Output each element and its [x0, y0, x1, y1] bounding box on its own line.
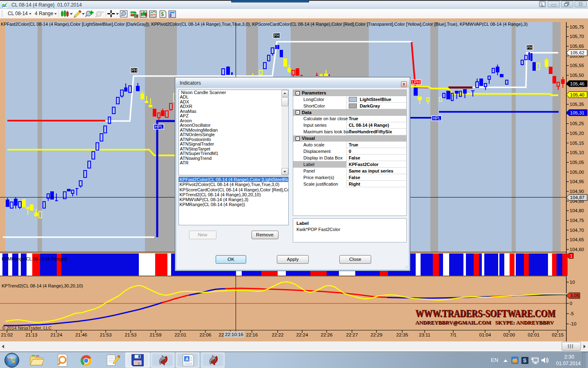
svg-text:21:02: 21:02: [1, 332, 13, 337]
svg-text:105,15: 105,15: [570, 141, 584, 146]
svg-text:21:46: 21:46: [76, 332, 87, 337]
svg-text:22:26: 22:26: [321, 332, 333, 337]
svg-text:105,50: 105,50: [570, 73, 584, 78]
svg-text:KPFast2Color(CL 08-14 (4 Range: KPFast2Color(CL 08-14 (4 Range),Color [L…: [1, 22, 528, 27]
svg-text:10: 10: [570, 280, 575, 285]
svg-text:$: $: [161, 11, 164, 17]
svg-text:22:24: 22:24: [296, 332, 308, 337]
svg-text:105,25: 105,25: [570, 121, 584, 126]
svg-text:105,70: 105,70: [570, 34, 584, 39]
svg-text:02:00: 02:00: [503, 332, 515, 337]
svg-text:-5: -5: [570, 311, 574, 316]
svg-text:S: S: [523, 358, 526, 364]
svg-text:HPL: HPL: [155, 125, 163, 129]
svg-text:23:11: 23:11: [419, 332, 430, 337]
svg-text:104,65: 104,65: [570, 237, 584, 242]
svg-text:104,80: 104,80: [570, 208, 584, 213]
svg-text:105,75: 105,75: [570, 25, 584, 29]
svg-text:02:01: 02:01: [528, 332, 540, 337]
svg-text:22:10:16: 22:10:16: [225, 332, 243, 337]
svg-text:01:04: 01:04: [479, 332, 491, 337]
svg-text:CL 08-14: CL 08-14: [8, 11, 28, 16]
svg-text:22:22: 22:22: [272, 332, 284, 337]
svg-text:0: 0: [570, 301, 572, 306]
svg-text:22:27: 22:27: [346, 332, 358, 337]
svg-text:104,70: 104,70: [570, 228, 584, 233]
svg-text:64: 64: [138, 362, 141, 365]
svg-text:105,35: 105,35: [570, 102, 584, 107]
svg-text:104,90: 104,90: [570, 189, 584, 194]
svg-text:105,65: 105,65: [570, 44, 584, 49]
svg-text:KPMRange(CL 08-14 (4 Range)): KPMRange(CL 08-14 (4 Range)): [2, 256, 67, 261]
svg-text:21:13: 21:13: [26, 332, 38, 337]
svg-text:4 Range: 4 Range: [35, 11, 53, 16]
svg-text:22: 22: [219, 332, 224, 337]
svg-text:21:53: 21:53: [125, 332, 137, 337]
svg-text:21:59: 21:59: [150, 332, 162, 337]
svg-text:WWW.TRADERS-SOFTWARE.COM: WWW.TRADERS-SOFTWARE.COM: [415, 308, 555, 319]
svg-text:22:16: 22:16: [246, 332, 258, 337]
svg-text:ANDREYBBRV@GMAIL.COM SKYPE:: ANDREYBBRV@GMAIL.COM SKYPE: ANDREYBBRV: [415, 320, 554, 325]
svg-text:22:35: 22:35: [396, 332, 408, 337]
svg-text:22:29: 22:29: [371, 332, 383, 337]
svg-text:105,55: 105,55: [570, 63, 584, 68]
svg-text:PH: PH: [274, 34, 280, 38]
svg-text:105,00: 105,00: [570, 170, 584, 175]
svg-text:105,40: 105,40: [570, 92, 584, 97]
svg-text:104,60: 104,60: [570, 247, 584, 252]
svg-text:21:53: 21:53: [100, 332, 112, 337]
svg-text:1: 1: [570, 254, 572, 258]
svg-text:105,20: 105,20: [570, 131, 584, 136]
svg-text:HPL: HPL: [432, 116, 441, 121]
svg-text:104,75: 104,75: [570, 218, 584, 223]
svg-text:02:15: 02:15: [552, 332, 564, 337]
svg-text:105,31: 105,31: [570, 110, 584, 115]
svg-text:-10: -10: [570, 321, 577, 326]
svg-text:KPTrend2(CL 08-14 (4 Range),30: KPTrend2(CL 08-14 (4 Range),30,20,10): [2, 283, 83, 288]
svg-text:22:01: 22:01: [175, 332, 187, 337]
svg-text:105,62: 105,62: [570, 50, 584, 55]
svg-text:3,05: 3,05: [570, 293, 579, 298]
svg-text:105,05: 105,05: [570, 160, 584, 165]
svg-text:© 2014 NinjaTrader, LLC: © 2014 NinjaTrader, LLC: [2, 325, 51, 330]
svg-text:LPH: LPH: [412, 80, 420, 85]
svg-text:104,87: 104,87: [570, 195, 584, 200]
svg-text:PH: PH: [527, 45, 532, 50]
svg-text:22:06: 22:06: [200, 332, 212, 337]
svg-text:7/1: 7/1: [450, 332, 457, 337]
svg-text:105,10: 105,10: [570, 150, 584, 155]
svg-text:104,95: 104,95: [570, 179, 584, 184]
svg-text:21:24: 21:24: [51, 332, 62, 337]
svg-text:105,46: 105,46: [570, 81, 584, 86]
svg-text:PH: PH: [131, 68, 137, 73]
svg-text:A: A: [185, 357, 189, 361]
